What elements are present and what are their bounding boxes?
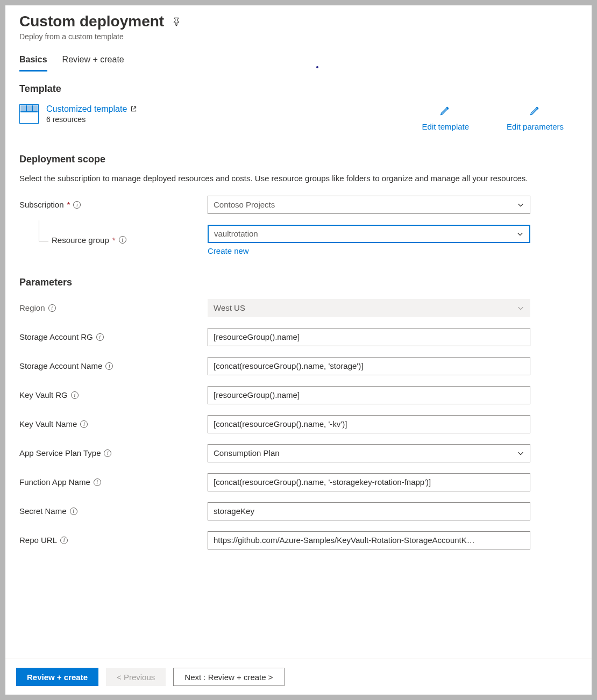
pencil-icon	[439, 104, 451, 118]
info-icon[interactable]: i	[70, 508, 77, 515]
tab-review-create[interactable]: Review + create	[62, 55, 124, 72]
subscription-select[interactable]: Contoso Projects	[208, 196, 530, 214]
required-indicator: *	[112, 235, 116, 245]
info-icon[interactable]: i	[104, 449, 111, 457]
chevron-down-icon	[516, 230, 524, 238]
previous-button: < Previous	[106, 668, 166, 686]
region-value: West US	[214, 303, 245, 312]
key-vault-rg-input[interactable]	[208, 386, 530, 404]
chevron-down-icon	[517, 201, 524, 209]
subscription-value: Contoso Projects	[214, 200, 275, 209]
deployment-scope-heading: Deployment scope	[19, 154, 578, 165]
key-vault-name-label: Key Vault Name	[19, 419, 77, 428]
region-select: West US	[208, 299, 530, 317]
region-label: Region	[19, 303, 45, 312]
chevron-down-icon	[517, 304, 524, 312]
resource-group-select[interactable]: vaultrotation	[208, 225, 530, 243]
function-app-name-input[interactable]	[208, 473, 530, 491]
edit-template-button[interactable]: Edit template	[422, 104, 470, 131]
info-icon[interactable]: i	[94, 478, 101, 486]
info-icon[interactable]: i	[105, 362, 113, 370]
storage-account-name-label: Storage Account Name	[19, 361, 102, 370]
resource-group-label: Resource group	[52, 235, 109, 245]
secret-name-label: Secret Name	[19, 506, 67, 516]
edit-parameters-label: Edit parameters	[507, 122, 564, 131]
template-heading: Template	[19, 83, 578, 95]
secret-name-input[interactable]	[208, 502, 530, 520]
storage-account-rg-input[interactable]	[208, 328, 530, 346]
required-indicator: *	[67, 200, 70, 209]
next-button[interactable]: Next : Review + create >	[173, 668, 284, 686]
storage-account-name-input[interactable]	[208, 357, 530, 375]
info-icon[interactable]: i	[60, 537, 68, 544]
app-service-plan-type-select[interactable]: Consumption Plan	[208, 444, 530, 462]
info-icon[interactable]: i	[48, 304, 56, 312]
resource-group-value: vaultrotation	[214, 229, 258, 238]
pencil-icon	[529, 104, 541, 118]
custom-deployment-blade: Custom deployment Deploy from a custom t…	[5, 5, 592, 695]
svg-rect-1	[20, 105, 38, 112]
template-icon	[19, 104, 39, 124]
deployment-scope-description: Select the subscription to manage deploy…	[19, 173, 530, 185]
resource-count: 6 resources	[46, 115, 137, 124]
repo-url-label: Repo URL	[19, 535, 57, 545]
tab-basics[interactable]: Basics	[19, 55, 47, 72]
subscription-label: Subscription	[19, 200, 64, 209]
edit-parameters-button[interactable]: Edit parameters	[507, 104, 564, 131]
page-subtitle: Deploy from a custom template	[19, 32, 578, 41]
info-icon[interactable]: i	[73, 201, 81, 209]
info-icon[interactable]: i	[71, 391, 79, 399]
customized-template-label: Customized template	[46, 104, 127, 114]
review-create-button[interactable]: Review + create	[16, 668, 98, 686]
external-link-icon	[130, 104, 137, 114]
info-icon[interactable]: i	[119, 236, 126, 244]
app-service-plan-type-value: Consumption Plan	[214, 448, 280, 458]
pin-icon[interactable]	[172, 17, 181, 26]
key-vault-name-input[interactable]	[208, 415, 530, 433]
info-icon[interactable]: i	[80, 420, 88, 428]
edit-template-label: Edit template	[422, 122, 470, 131]
customized-template-link[interactable]: Customized template	[46, 104, 137, 114]
app-service-plan-type-label: App Service Plan Type	[19, 448, 101, 458]
storage-account-rg-label: Storage Account RG	[19, 332, 93, 341]
create-new-link[interactable]: Create new	[208, 246, 530, 255]
tab-bar: Basics Review + create	[19, 55, 578, 72]
footer-bar: Review + create < Previous Next : Review…	[5, 659, 592, 695]
info-icon[interactable]: i	[96, 333, 104, 341]
page-title: Custom deployment	[19, 13, 164, 30]
key-vault-rg-label: Key Vault RG	[19, 390, 68, 399]
function-app-name-label: Function App Name	[19, 477, 90, 487]
parameters-heading: Parameters	[19, 277, 578, 288]
decorative-dot	[316, 66, 318, 68]
repo-url-input[interactable]	[208, 531, 530, 549]
chevron-down-icon	[517, 449, 524, 457]
